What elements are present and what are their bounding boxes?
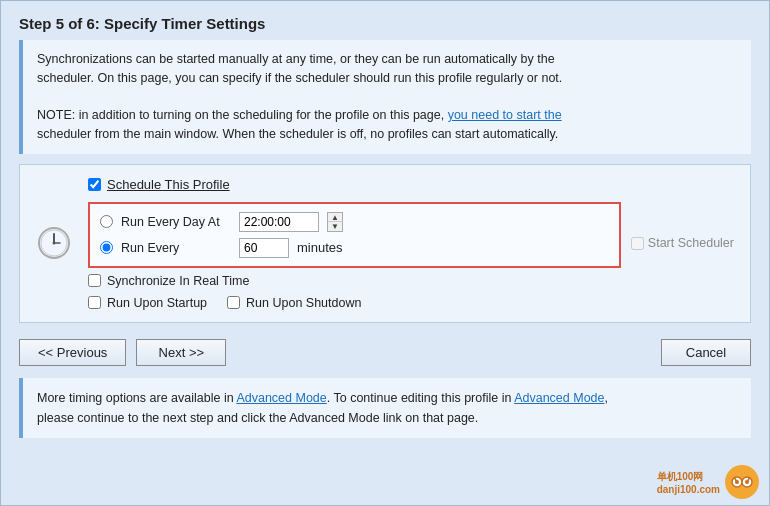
cancel-button[interactable]: Cancel: [661, 339, 751, 366]
startup-shutdown-group: Run Upon Startup Run Upon Shutdown: [88, 296, 621, 310]
info-box: Synchronizations can be started manually…: [19, 40, 751, 154]
run-startup-row: Run Upon Startup: [88, 296, 207, 310]
time-spinner[interactable]: ▲ ▼: [327, 212, 343, 232]
minutes-label: minutes: [297, 240, 343, 255]
clock-icon: [36, 225, 72, 261]
run-every-row: Run Every minutes: [100, 238, 609, 258]
next-button[interactable]: Next >>: [136, 339, 226, 366]
time-input[interactable]: [239, 212, 319, 232]
schedule-checkbox[interactable]: [88, 178, 101, 191]
info-note2: scheduler from the main window. When the…: [37, 127, 558, 141]
start-scheduler-area: Start Scheduler: [631, 236, 734, 250]
run-shutdown-row: Run Upon Shutdown: [227, 296, 361, 310]
page-title: Step 5 of 6: Specify Timer Settings: [19, 15, 751, 32]
run-shutdown-label: Run Upon Shutdown: [246, 296, 361, 310]
watermark-text-area: 单机100网 danji100.com: [657, 470, 720, 495]
start-scheduler-label: Start Scheduler: [648, 236, 734, 250]
watermark-icon: [724, 464, 760, 500]
run-every-day-label: Run Every Day At: [121, 215, 231, 229]
watermark-site1: 单机100网: [657, 470, 720, 484]
sync-realtime-row: Synchronize In Real Time: [88, 274, 621, 288]
bottom-info: More timing options are available in Adv…: [19, 378, 751, 438]
run-every-radio[interactable]: [100, 241, 113, 254]
info-line2: scheduler. On this page, you can specify…: [37, 71, 562, 85]
bottom-line2: please continue to the next step and cli…: [37, 411, 478, 425]
run-every-day-radio[interactable]: [100, 215, 113, 228]
watermark-site2: danji100.com: [657, 484, 720, 495]
bottom-line1: More timing options are available in Adv…: [37, 391, 608, 405]
run-every-day-row: Run Every Day At ▲ ▼: [100, 212, 609, 232]
start-scheduler-checkbox: [631, 237, 644, 250]
schedule-section: Schedule This Profile Run Every Day At ▲…: [19, 164, 751, 323]
sync-realtime-checkbox[interactable]: [88, 274, 101, 287]
svg-point-4: [53, 242, 56, 245]
main-window: Step 5 of 6: Specify Timer Settings Sync…: [0, 0, 770, 506]
run-every-label: Run Every: [121, 241, 231, 255]
previous-button[interactable]: << Previous: [19, 339, 126, 366]
sync-realtime-label: Synchronize In Real Time: [107, 274, 249, 288]
run-startup-label: Run Upon Startup: [107, 296, 207, 310]
schedule-block: Schedule This Profile Run Every Day At ▲…: [88, 177, 621, 310]
schedule-header-row: Schedule This Profile Run Every Day At ▲…: [36, 177, 734, 310]
schedule-checkbox-row: Schedule This Profile: [88, 177, 621, 192]
minutes-input[interactable]: [239, 238, 289, 258]
spin-down[interactable]: ▼: [328, 222, 342, 231]
run-startup-checkbox[interactable]: [88, 296, 101, 309]
info-note: NOTE: in addition to turning on the sche…: [37, 108, 562, 122]
content-area: Synchronizations can be started manually…: [1, 40, 769, 505]
schedule-options-box: Run Every Day At ▲ ▼ Run Every: [88, 202, 621, 268]
watermark: 单机100网 danji100.com: [657, 464, 760, 500]
run-shutdown-checkbox[interactable]: [227, 296, 240, 309]
info-line1: Synchronizations can be started manually…: [37, 52, 555, 66]
spin-up[interactable]: ▲: [328, 213, 342, 222]
title-bar: Step 5 of 6: Specify Timer Settings: [1, 1, 769, 40]
schedule-label: Schedule This Profile: [107, 177, 230, 192]
button-row: << Previous Next >> Cancel: [19, 339, 751, 366]
